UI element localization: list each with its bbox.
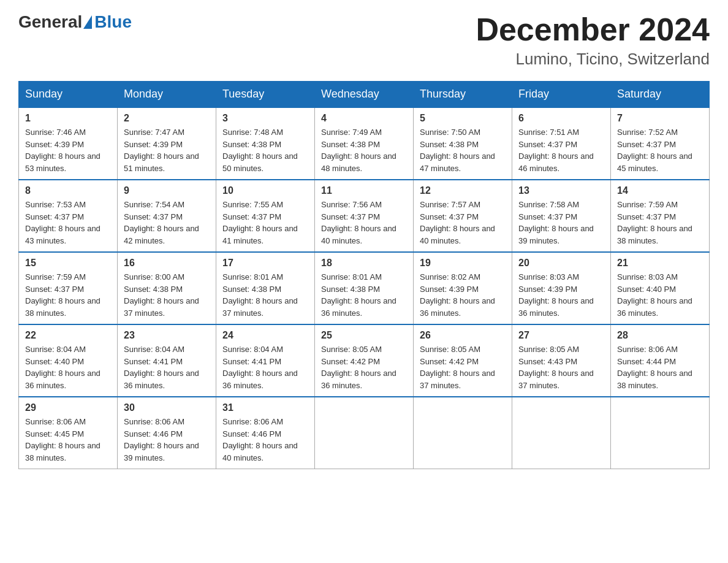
- col-monday: Monday: [118, 82, 216, 108]
- day-info: Sunrise: 7:47 AM Sunset: 4:39 PM Dayligh…: [124, 126, 210, 174]
- day-info: Sunrise: 7:51 AM Sunset: 4:37 PM Dayligh…: [518, 126, 604, 174]
- calendar-day-cell: 9 Sunrise: 7:54 AM Sunset: 4:37 PM Dayli…: [118, 180, 216, 252]
- day-info: Sunrise: 7:49 AM Sunset: 4:38 PM Dayligh…: [321, 126, 407, 174]
- calendar-day-cell: [611, 397, 710, 469]
- day-number: 23: [124, 330, 210, 341]
- day-number: 27: [518, 330, 604, 341]
- day-info: Sunrise: 8:03 AM Sunset: 4:39 PM Dayligh…: [518, 271, 604, 319]
- day-info: Sunrise: 7:50 AM Sunset: 4:38 PM Dayligh…: [420, 126, 506, 174]
- day-number: 11: [321, 185, 407, 196]
- day-number: 22: [25, 330, 111, 341]
- calendar-day-cell: 20 Sunrise: 8:03 AM Sunset: 4:39 PM Dayl…: [512, 252, 611, 324]
- day-number: 21: [617, 258, 703, 269]
- calendar-day-cell: [315, 397, 414, 469]
- calendar-day-cell: 17 Sunrise: 8:01 AM Sunset: 4:38 PM Dayl…: [216, 252, 315, 324]
- calendar-day-cell: 27 Sunrise: 8:05 AM Sunset: 4:43 PM Dayl…: [512, 324, 611, 397]
- calendar-day-cell: 2 Sunrise: 7:47 AM Sunset: 4:39 PM Dayli…: [118, 107, 216, 180]
- day-info: Sunrise: 7:59 AM Sunset: 4:37 PM Dayligh…: [617, 199, 703, 247]
- calendar-week-row: 29 Sunrise: 8:06 AM Sunset: 4:45 PM Dayl…: [19, 397, 710, 469]
- day-number: 8: [25, 185, 111, 196]
- day-number: 7: [617, 113, 703, 124]
- day-info: Sunrise: 8:04 AM Sunset: 4:40 PM Dayligh…: [25, 343, 111, 391]
- page-header: General Blue December 2024 Lumino, Ticin…: [18, 12, 710, 69]
- calendar-day-cell: 14 Sunrise: 7:59 AM Sunset: 4:37 PM Dayl…: [611, 180, 710, 252]
- calendar-day-cell: 10 Sunrise: 7:55 AM Sunset: 4:37 PM Dayl…: [216, 180, 315, 252]
- calendar-day-cell: 21 Sunrise: 8:03 AM Sunset: 4:40 PM Dayl…: [611, 252, 710, 324]
- calendar-table: Sunday Monday Tuesday Wednesday Thursday…: [18, 81, 710, 469]
- day-number: 13: [518, 185, 604, 196]
- logo-triangle-icon: [83, 15, 92, 29]
- day-number: 29: [25, 402, 111, 413]
- day-number: 25: [321, 330, 407, 341]
- day-number: 12: [420, 185, 506, 196]
- day-info: Sunrise: 8:06 AM Sunset: 4:46 PM Dayligh…: [124, 416, 210, 464]
- calendar-day-cell: 3 Sunrise: 7:48 AM Sunset: 4:38 PM Dayli…: [216, 107, 315, 180]
- day-number: 10: [222, 185, 308, 196]
- day-info: Sunrise: 7:48 AM Sunset: 4:38 PM Dayligh…: [222, 126, 308, 174]
- day-info: Sunrise: 8:06 AM Sunset: 4:45 PM Dayligh…: [25, 416, 111, 464]
- col-friday: Friday: [512, 82, 611, 108]
- calendar-day-cell: 25 Sunrise: 8:05 AM Sunset: 4:42 PM Dayl…: [315, 324, 414, 397]
- col-wednesday: Wednesday: [315, 82, 414, 108]
- calendar-day-cell: 19 Sunrise: 8:02 AM Sunset: 4:39 PM Dayl…: [414, 252, 512, 324]
- calendar-day-cell: 30 Sunrise: 8:06 AM Sunset: 4:46 PM Dayl…: [118, 397, 216, 469]
- calendar-day-cell: 24 Sunrise: 8:04 AM Sunset: 4:41 PM Dayl…: [216, 324, 315, 397]
- title-block: December 2024 Lumino, Ticino, Switzerlan…: [476, 12, 710, 69]
- day-number: 9: [124, 185, 210, 196]
- calendar-day-cell: 28 Sunrise: 8:06 AM Sunset: 4:44 PM Dayl…: [611, 324, 710, 397]
- calendar-header-row: Sunday Monday Tuesday Wednesday Thursday…: [19, 82, 710, 108]
- day-info: Sunrise: 7:57 AM Sunset: 4:37 PM Dayligh…: [420, 199, 506, 247]
- day-number: 3: [222, 113, 308, 124]
- day-info: Sunrise: 7:59 AM Sunset: 4:37 PM Dayligh…: [25, 271, 111, 319]
- day-number: 30: [124, 402, 210, 413]
- day-info: Sunrise: 7:55 AM Sunset: 4:37 PM Dayligh…: [222, 199, 308, 247]
- day-number: 15: [25, 258, 111, 269]
- calendar-day-cell: 11 Sunrise: 7:56 AM Sunset: 4:37 PM Dayl…: [315, 180, 414, 252]
- month-title: December 2024: [476, 12, 710, 47]
- day-info: Sunrise: 8:03 AM Sunset: 4:40 PM Dayligh…: [617, 271, 703, 319]
- calendar-week-row: 15 Sunrise: 7:59 AM Sunset: 4:37 PM Dayl…: [19, 252, 710, 324]
- calendar-week-row: 22 Sunrise: 8:04 AM Sunset: 4:40 PM Dayl…: [19, 324, 710, 397]
- day-number: 14: [617, 185, 703, 196]
- col-saturday: Saturday: [611, 82, 710, 108]
- day-info: Sunrise: 8:00 AM Sunset: 4:38 PM Dayligh…: [124, 271, 210, 319]
- calendar-week-row: 1 Sunrise: 7:46 AM Sunset: 4:39 PM Dayli…: [19, 107, 710, 180]
- col-tuesday: Tuesday: [216, 82, 315, 108]
- day-info: Sunrise: 8:04 AM Sunset: 4:41 PM Dayligh…: [222, 343, 308, 391]
- location: Lumino, Ticino, Switzerland: [476, 50, 710, 69]
- day-number: 16: [124, 258, 210, 269]
- day-info: Sunrise: 7:53 AM Sunset: 4:37 PM Dayligh…: [25, 199, 111, 247]
- calendar-day-cell: 13 Sunrise: 7:58 AM Sunset: 4:37 PM Dayl…: [512, 180, 611, 252]
- calendar-week-row: 8 Sunrise: 7:53 AM Sunset: 4:37 PM Dayli…: [19, 180, 710, 252]
- day-number: 6: [518, 113, 604, 124]
- day-info: Sunrise: 7:52 AM Sunset: 4:37 PM Dayligh…: [617, 126, 703, 174]
- calendar-day-cell: 23 Sunrise: 8:04 AM Sunset: 4:41 PM Dayl…: [118, 324, 216, 397]
- day-info: Sunrise: 8:01 AM Sunset: 4:38 PM Dayligh…: [321, 271, 407, 319]
- day-number: 17: [222, 258, 308, 269]
- logo-blue-text: Blue: [94, 12, 132, 32]
- day-number: 18: [321, 258, 407, 269]
- day-info: Sunrise: 8:01 AM Sunset: 4:38 PM Dayligh…: [222, 271, 308, 319]
- day-info: Sunrise: 7:58 AM Sunset: 4:37 PM Dayligh…: [518, 199, 604, 247]
- calendar-day-cell: [414, 397, 512, 469]
- day-info: Sunrise: 8:05 AM Sunset: 4:42 PM Dayligh…: [321, 343, 407, 391]
- calendar-day-cell: 6 Sunrise: 7:51 AM Sunset: 4:37 PM Dayli…: [512, 107, 611, 180]
- calendar-day-cell: [512, 397, 611, 469]
- day-info: Sunrise: 8:06 AM Sunset: 4:46 PM Dayligh…: [222, 416, 308, 464]
- calendar-day-cell: 22 Sunrise: 8:04 AM Sunset: 4:40 PM Dayl…: [19, 324, 118, 397]
- day-info: Sunrise: 7:56 AM Sunset: 4:37 PM Dayligh…: [321, 199, 407, 247]
- calendar-day-cell: 29 Sunrise: 8:06 AM Sunset: 4:45 PM Dayl…: [19, 397, 118, 469]
- day-info: Sunrise: 8:06 AM Sunset: 4:44 PM Dayligh…: [617, 343, 703, 391]
- calendar-day-cell: 5 Sunrise: 7:50 AM Sunset: 4:38 PM Dayli…: [414, 107, 512, 180]
- calendar-day-cell: 26 Sunrise: 8:05 AM Sunset: 4:42 PM Dayl…: [414, 324, 512, 397]
- calendar-day-cell: 7 Sunrise: 7:52 AM Sunset: 4:37 PM Dayli…: [611, 107, 710, 180]
- logo: General Blue: [18, 12, 132, 32]
- calendar-day-cell: 18 Sunrise: 8:01 AM Sunset: 4:38 PM Dayl…: [315, 252, 414, 324]
- day-number: 4: [321, 113, 407, 124]
- day-info: Sunrise: 8:02 AM Sunset: 4:39 PM Dayligh…: [420, 271, 506, 319]
- calendar-day-cell: 15 Sunrise: 7:59 AM Sunset: 4:37 PM Dayl…: [19, 252, 118, 324]
- calendar-day-cell: 1 Sunrise: 7:46 AM Sunset: 4:39 PM Dayli…: [19, 107, 118, 180]
- day-number: 24: [222, 330, 308, 341]
- day-info: Sunrise: 8:04 AM Sunset: 4:41 PM Dayligh…: [124, 343, 210, 391]
- day-number: 26: [420, 330, 506, 341]
